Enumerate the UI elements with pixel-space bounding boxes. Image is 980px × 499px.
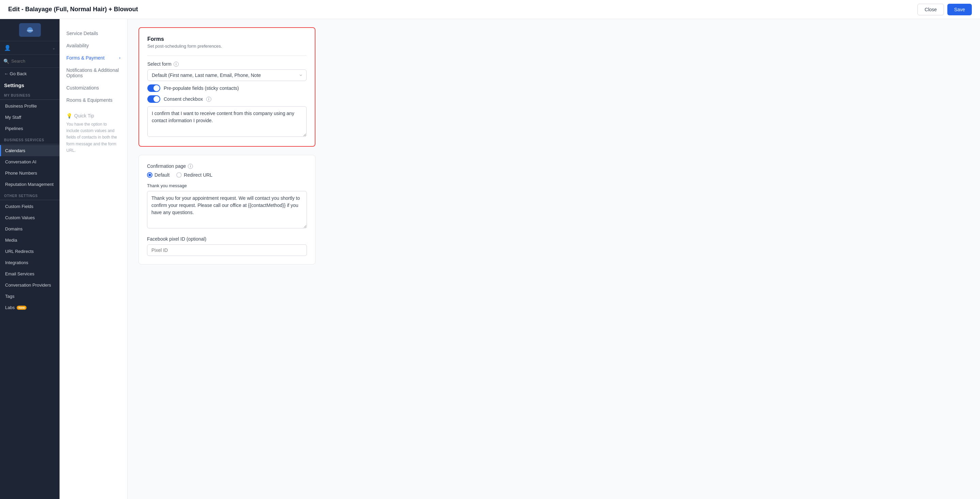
sidebar-item-tags[interactable]: Tags	[0, 291, 60, 302]
radio-redirect-label: Redirect URL	[184, 172, 212, 178]
top-header: Edit - Balayage (Full, Normal Hair) + Bl…	[0, 0, 980, 19]
search-icon: 🔍	[3, 59, 9, 64]
sidebar-item-my-staff[interactable]: My Staff	[0, 112, 60, 123]
divider	[0, 144, 60, 144]
go-back-button[interactable]: ← Go Back	[0, 68, 60, 80]
save-button[interactable]: Save	[947, 4, 972, 15]
sidebar-item-url-redirects[interactable]: URL Redirects	[0, 246, 60, 257]
header-actions: Close Save	[917, 4, 972, 15]
sidebar-item-labs[interactable]: Labs New	[0, 302, 60, 313]
radio-default[interactable]: Default	[147, 172, 169, 178]
sidebar-item-integrations[interactable]: Integrations	[0, 257, 60, 268]
lightbulb-icon: 💡	[66, 113, 72, 118]
forms-divider	[147, 56, 307, 56]
sidebar-search: 🔍 ⌘K ＋	[0, 55, 60, 68]
search-input[interactable]	[11, 59, 60, 64]
divider	[0, 200, 60, 200]
forms-card-subtitle: Set post-scheduling form preferences.	[147, 43, 307, 49]
consent-label: Consent checkbox	[164, 96, 203, 102]
thank-you-label: Thank you message	[147, 183, 307, 188]
pixel-id-input[interactable]	[147, 244, 307, 256]
svg-text:LOGO: LOGO	[27, 30, 33, 32]
close-button[interactable]: Close	[917, 4, 944, 15]
sidebar-item-domains[interactable]: Domains	[0, 223, 60, 234]
user-icon: 👤	[4, 45, 11, 51]
section-business-services: BUSINESS SERVICES	[0, 134, 60, 143]
sub-nav-customizations[interactable]: Customizations	[60, 82, 127, 94]
sidebar-item-media[interactable]: Media	[0, 234, 60, 246]
radio-redirect[interactable]: Redirect URL	[176, 172, 212, 178]
sidebar-item-conversation-ai[interactable]: Conversation AI	[0, 156, 60, 167]
quick-tip-title: 💡 Quick Tip	[66, 113, 121, 118]
sidebar-item-calendars[interactable]: Calendars	[0, 145, 60, 156]
chevron-right-icon: ›	[119, 56, 121, 60]
logo-box: LOGO	[19, 23, 41, 37]
sub-nav-forms-payment[interactable]: Forms & Payment ›	[60, 52, 127, 64]
layout: LOGO 👤 ⌄ 🔍 ⌘K ＋ ← Go Back Settings MY BU…	[0, 19, 980, 499]
select-form-info-icon[interactable]: i	[173, 62, 179, 67]
thank-you-textarea[interactable]: Thank you for your appointment request. …	[147, 191, 307, 228]
confirmation-info-icon[interactable]: i	[188, 164, 193, 169]
section-other-settings: OTHER SETTINGS	[0, 190, 60, 199]
sidebar-item-pipelines[interactable]: Pipelines	[0, 123, 60, 134]
section-my-business: MY BUSINESS	[0, 89, 60, 99]
quick-tip: 💡 Quick Tip You have the option to inclu…	[60, 106, 127, 161]
radio-redirect-circle	[176, 172, 182, 178]
sidebar-user[interactable]: 👤 ⌄	[0, 41, 60, 55]
settings-title: Settings	[0, 80, 60, 89]
radio-default-circle	[147, 172, 153, 178]
quick-tip-text: You have the option to include custom va…	[66, 121, 121, 154]
confirmation-section: Confirmation page i Default Redirect URL…	[138, 155, 315, 265]
forms-card: Forms Set post-scheduling form preferenc…	[138, 27, 315, 147]
sub-nav-service-details[interactable]: Service Details	[60, 27, 127, 40]
sidebar-item-reputation[interactable]: Reputation Management	[0, 179, 60, 190]
forms-card-title: Forms	[147, 36, 307, 42]
prepopulate-label: Pre-populate fields (sticky contacts)	[164, 85, 239, 91]
consent-toggle[interactable]	[147, 95, 160, 103]
consent-info-icon[interactable]: i	[206, 97, 211, 102]
divider	[0, 99, 60, 100]
select-form-dropdown[interactable]: Default (First name, Last name, Email, P…	[147, 69, 307, 81]
consent-toggle-row: Consent checkbox i	[147, 95, 307, 103]
facebook-pixel-label: Facebook pixel ID (optional)	[147, 236, 307, 242]
sidebar-item-phone-numbers[interactable]: Phone Numbers	[0, 167, 60, 179]
chevron-icon: ⌄	[52, 46, 56, 50]
page-title: Edit - Balayage (Full, Normal Hair) + Bl…	[8, 6, 138, 13]
sidebar-item-business-profile[interactable]: Business Profile	[0, 100, 60, 112]
sidebar-logo: LOGO	[0, 19, 60, 41]
consent-textarea[interactable]: I confirm that I want to receive content…	[147, 106, 307, 137]
radio-default-label: Default	[154, 172, 169, 178]
confirmation-radio-group: Default Redirect URL	[147, 172, 307, 178]
sidebar: LOGO 👤 ⌄ 🔍 ⌘K ＋ ← Go Back Settings MY BU…	[0, 19, 60, 499]
content-area: Forms Set post-scheduling form preferenc…	[127, 19, 980, 499]
sub-nav-notifications[interactable]: Notifications & Additional Options	[60, 64, 127, 82]
prepopulate-toggle[interactable]	[147, 84, 160, 92]
prepopulate-toggle-row: Pre-populate fields (sticky contacts)	[147, 84, 307, 92]
sidebar-item-conversation-providers[interactable]: Conversation Providers	[0, 279, 60, 291]
labs-badge: New	[17, 306, 27, 310]
main-content: Service Details Availability Forms & Pay…	[60, 19, 980, 499]
sidebar-item-custom-values[interactable]: Custom Values	[0, 212, 60, 223]
sidebar-item-email-services[interactable]: Email Services	[0, 268, 60, 279]
go-back-label: ← Go Back	[4, 71, 27, 76]
select-form-label: Select form i	[147, 61, 307, 67]
confirmation-page-label: Confirmation page i	[147, 163, 307, 169]
sub-nav-rooms[interactable]: Rooms & Equipments	[60, 94, 127, 106]
sub-nav: Service Details Availability Forms & Pay…	[60, 19, 127, 499]
sub-nav-availability[interactable]: Availability	[60, 40, 127, 52]
sidebar-item-custom-fields[interactable]: Custom Fields	[0, 201, 60, 212]
